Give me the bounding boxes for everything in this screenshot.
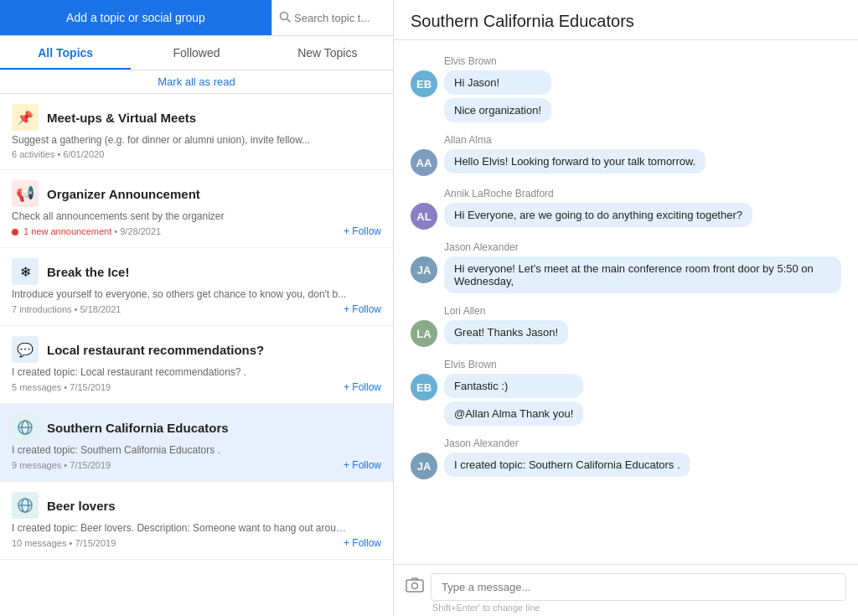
topic-item-breakice[interactable]: ❄ Break the Ice! Introduce yourself to e… — [0, 248, 393, 326]
chat-block-6: Jason Alexander JA I created topic: Sout… — [411, 437, 841, 479]
chat-row-5: EB Fantastic :) @Allan Alma Thank you! — [411, 374, 841, 426]
camera-icon[interactable] — [406, 577, 424, 597]
chat-bubble-5-1: @Allan Alma Thank you! — [444, 401, 583, 426]
chat-block-1: Allan Alma AA Hello Elvis! Looking forwa… — [411, 134, 841, 176]
topic-icon-organizer: 📢 — [12, 180, 39, 207]
chat-row-1: AA Hello Elvis! Looking forward to your … — [411, 149, 841, 176]
chat-messages-3: Hi everyone! Let's meet at the main conf… — [444, 256, 841, 293]
topics-list: 📌 Meet-ups & Virtual Meets Suggest a gat… — [0, 94, 393, 616]
svg-rect-8 — [406, 580, 423, 592]
topic-item-meetups[interactable]: 📌 Meet-ups & Virtual Meets Suggest a gat… — [0, 94, 393, 170]
follow-button-organizer[interactable]: + Follow — [344, 225, 381, 237]
search-box — [271, 0, 393, 35]
chat-messages-5: Fantastic :) @Allan Alma Thank you! — [444, 374, 583, 426]
tab-all-topics[interactable]: All Topics — [0, 36, 131, 70]
follow-button-breakice[interactable]: + Follow — [344, 303, 381, 315]
chat-block-5: Elvis Brown EB Fantastic :) @Allan Alma … — [411, 359, 841, 426]
chat-bubble-6-0: I created topic: Southern California Edu… — [444, 453, 690, 477]
topic-icon-restaurant: 💬 — [12, 336, 39, 363]
chat-hint: Shift+Enter' to change line — [432, 603, 846, 613]
svg-point-9 — [412, 583, 418, 589]
left-panel: Add a topic or social group All Topics F… — [0, 0, 394, 616]
chat-row-3: JA Hi everyone! Let's meet at the main c… — [411, 256, 841, 293]
avatar-0: EB — [411, 70, 437, 97]
right-header: Southern California Educators — [394, 0, 858, 40]
topic-item-restaurant[interactable]: 💬 Local restaurant recommendations? I cr… — [0, 326, 393, 404]
left-header: Add a topic or social group — [0, 0, 393, 36]
chat-row-4: LA Great! Thanks Jason! — [411, 320, 841, 347]
chat-input-row — [406, 573, 846, 601]
tab-new-topics[interactable]: New Topics — [262, 36, 393, 70]
avatar-6: JA — [411, 453, 437, 479]
chat-messages-6: I created topic: Southern California Edu… — [444, 453, 690, 477]
chat-bubble-0-1: Nice organization! — [444, 98, 551, 122]
topic-item-socal[interactable]: Southern California Educators I created … — [0, 404, 393, 482]
chat-block-2: Annik LaRoche Bradford AL Hi Everyone, a… — [411, 188, 841, 230]
chat-bubble-3-0: Hi everyone! Let's meet at the main conf… — [444, 256, 841, 293]
chat-title: Southern California Educators — [411, 12, 634, 30]
chat-bubble-2-0: Hi Everyone, are we going to do anything… — [444, 203, 752, 227]
search-input[interactable] — [294, 12, 386, 24]
avatar-3: JA — [411, 256, 437, 283]
chat-row-6: JA I created topic: Southern California … — [411, 453, 841, 479]
avatar-5: EB — [411, 374, 437, 401]
chat-bubble-5-0: Fantastic :) — [444, 374, 583, 398]
search-icon — [279, 11, 291, 25]
follow-button-beer[interactable]: + Follow — [344, 537, 381, 549]
topic-icon-meetups: 📌 — [12, 104, 39, 131]
chat-messages-4: Great! Thanks Jason! — [444, 320, 568, 344]
svg-line-1 — [287, 18, 291, 22]
avatar-4: LA — [411, 320, 437, 347]
avatar-2: AL — [411, 203, 437, 230]
announcement-dot — [12, 229, 18, 236]
topic-icon-breakice: ❄ — [12, 258, 39, 285]
chat-area: Elvis Brown EB Hi Jason! Nice organizati… — [394, 40, 858, 564]
topic-icon-beer — [12, 492, 39, 519]
avatar-1: AA — [411, 149, 437, 176]
chat-block-4: Lori Allen LA Great! Thanks Jason! — [411, 305, 841, 347]
tab-followed[interactable]: Followed — [131, 36, 261, 70]
topic-item-beer[interactable]: Beer lovers I created topic: Beer lovers… — [0, 482, 393, 560]
follow-button-socal[interactable]: + Follow — [344, 459, 381, 471]
chat-input-area: Shift+Enter' to change line — [394, 564, 858, 616]
right-panel: Southern California Educators Elvis Brow… — [394, 0, 858, 616]
chat-bubble-1-0: Hello Elvis! Looking forward to your tal… — [444, 149, 706, 173]
chat-block-3: Jason Alexander JA Hi everyone! Let's me… — [411, 241, 841, 293]
tabs-row: All Topics Followed New Topics — [0, 36, 393, 70]
chat-bubble-0-0: Hi Jason! — [444, 70, 551, 95]
chat-row-0: EB Hi Jason! Nice organization! — [411, 70, 841, 122]
chat-block-0: Elvis Brown EB Hi Jason! Nice organizati… — [411, 55, 841, 122]
follow-button-restaurant[interactable]: + Follow — [344, 381, 381, 393]
chat-messages-1: Hello Elvis! Looking forward to your tal… — [444, 149, 706, 173]
mark-all-read-button[interactable]: Mark all as read — [0, 70, 393, 94]
app-layout: Add a topic or social group All Topics F… — [0, 0, 858, 616]
chat-row-2: AL Hi Everyone, are we going to do anyth… — [411, 203, 841, 230]
topic-item-organizer[interactable]: 📢 Organizer Announcement Check all annou… — [0, 170, 393, 248]
chat-bubble-4-0: Great! Thanks Jason! — [444, 320, 568, 344]
add-topic-button[interactable]: Add a topic or social group — [0, 0, 271, 35]
topic-icon-socal — [12, 414, 39, 441]
chat-messages-0: Hi Jason! Nice organization! — [444, 70, 551, 122]
chat-messages-2: Hi Everyone, are we going to do anything… — [444, 203, 752, 227]
chat-message-input[interactable] — [431, 573, 846, 601]
